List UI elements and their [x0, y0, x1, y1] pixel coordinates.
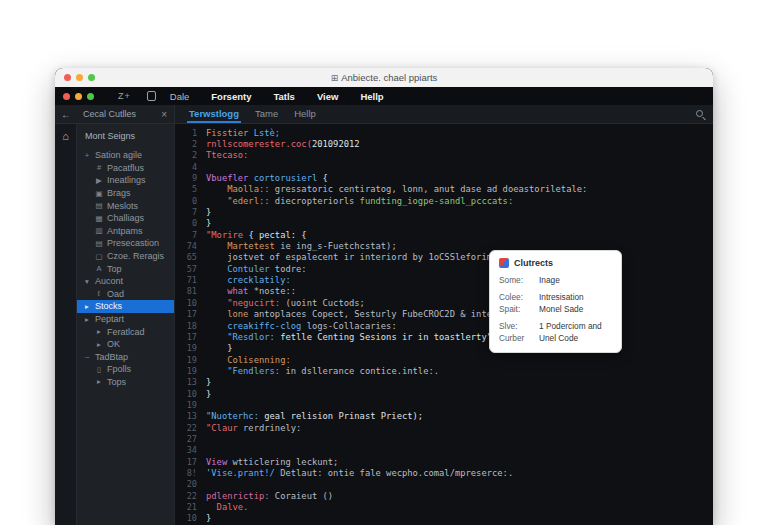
tooltip-row: Some:Inage: [499, 274, 612, 286]
sidebar-item-aucont[interactable]: ▾Aucont: [77, 275, 174, 288]
sidebar-header-title: Cecal Cutlles: [77, 109, 154, 119]
menu-view[interactable]: View: [317, 91, 338, 102]
sidebar-item-fpolls[interactable]: ▯Fpolls: [77, 363, 174, 376]
line-number: 27: [175, 434, 197, 444]
inner-minimize-button[interactable]: [75, 93, 82, 100]
sidebar-item-czoe-reragis[interactable]: ▢Czoe. Reragis: [77, 250, 174, 263]
code-line: 19 Colisenning:: [175, 354, 713, 365]
code-text: rnllscomerester.coc(201092012: [206, 139, 360, 149]
code-line: 22pdlenrictip: Coraieut (): [175, 490, 713, 501]
code-text: "Resdlor: fetlle Centing Sesions ir in t…: [206, 332, 492, 342]
sidebar-item-stocks[interactable]: ▸Stocks: [77, 300, 174, 313]
file-tree: Mont Seigns +Sation agile#Pacatflus▶Inea…: [77, 124, 174, 525]
plus-caret-icon: +: [82, 151, 92, 160]
code-text: what *noste::: [206, 286, 296, 296]
dash-icon: ‒: [82, 352, 92, 361]
header-row: ← Cecal Cutlles × TerwstloggTameHellp: [55, 105, 713, 124]
sidebar-item-tops[interactable]: ▸Tops: [77, 376, 174, 389]
search-icon[interactable]: [696, 110, 703, 117]
tooltip-row-value: Intresisation: [539, 291, 584, 303]
line-number: 17: [175, 457, 197, 467]
tooltip-title: Clutrects: [514, 258, 553, 268]
sidebar-item-label: Peptart: [95, 314, 124, 324]
sidebar-item-label: OK: [107, 339, 120, 349]
code-text: Ttecaso:: [206, 150, 248, 160]
copy-icon[interactable]: [147, 91, 156, 101]
code-line: 34: [175, 445, 713, 456]
code-line: 5 Maolla:: gressatoric centiratog, lonn,…: [175, 184, 713, 195]
sidebar-item-feratlcad[interactable]: ▸Feratlcad: [77, 325, 174, 338]
line-number: 65: [175, 252, 197, 262]
menu-forsenty[interactable]: Forsenty: [211, 91, 251, 102]
menu-hellp[interactable]: Hellp: [360, 91, 383, 102]
activity-strip: ⌂: [55, 124, 77, 525]
sidebar-item-label: Brags: [107, 188, 131, 198]
code-text: Dalve.: [206, 502, 248, 512]
grid-icon: ▤: [94, 201, 104, 210]
line-number: 7: [175, 230, 197, 240]
code-text: }: [206, 218, 211, 228]
inner-close-button[interactable]: [63, 93, 70, 100]
code-line: 0}: [175, 218, 713, 229]
line-number: 10: [175, 389, 197, 399]
line-number: 10: [175, 513, 197, 523]
zap-icon[interactable]: Z+: [118, 91, 131, 101]
sidebar-item-oad[interactable]: ℓOad: [77, 288, 174, 301]
tooltip-header: Clutrects: [499, 258, 612, 268]
sidebar-item-label: Fpolls: [107, 364, 131, 374]
tooltip-row: Spait:Monel Sade: [499, 303, 612, 315]
code-line: 17 lone antoplaces Copect, Sesturly Fube…: [175, 309, 713, 320]
sidebar-item-brags[interactable]: ▣Brags: [77, 187, 174, 200]
line-number: 57: [175, 264, 197, 274]
sidebar-item-sation-agile[interactable]: +Sation agile: [77, 149, 174, 162]
app-window: ⊞Anbiecte. chael ppiarts Z+ Dale Forsent…: [55, 68, 713, 525]
sidebar-item-presecastion[interactable]: ▤Presecastion: [77, 237, 174, 250]
sidebar-item-ineatlings[interactable]: ▶Ineatlings: [77, 174, 174, 187]
sidebar-item-top[interactable]: ATop: [77, 262, 174, 275]
sidebar-item-label: Czoe. Reragis: [107, 251, 164, 261]
code-line: 4: [175, 161, 713, 172]
image-app-icon: [499, 258, 509, 268]
code-editor[interactable]: 1Fisstier Lstè;2rnllscomerester.coc(2010…: [175, 124, 713, 525]
line-number: 19: [175, 343, 197, 353]
grid-icon: ⊞: [331, 73, 339, 83]
home-icon[interactable]: ⌂: [55, 130, 76, 142]
sidebar-item-tadbtap[interactable]: ‒TadBtap: [77, 351, 174, 364]
tooltip-row-value: Monel Sade: [539, 303, 583, 315]
line-number: 17: [175, 332, 197, 342]
code-line: 19 }: [175, 343, 713, 354]
sidebar-item-label: Meslots: [107, 201, 138, 211]
line-number: 13: [175, 411, 197, 421]
info-tooltip: Clutrects Some:InageColee:IntresisationS…: [489, 250, 622, 353]
sidebar-item-antpams[interactable]: ▥Antpams: [77, 225, 174, 238]
code-line: 19: [175, 399, 713, 410]
tooltip-row: Colee:Intresisation: [499, 291, 612, 303]
dale-menu[interactable]: Dale: [170, 91, 190, 102]
code-line: 57 Contuler todre:: [175, 263, 713, 274]
menu-tatls[interactable]: Tatls: [273, 91, 294, 102]
back-arrow-icon[interactable]: ←: [55, 109, 77, 120]
inner-zoom-button[interactable]: [87, 93, 94, 100]
sidebar-item-peptart[interactable]: ▸Peptart: [77, 313, 174, 326]
tooltip-row-label: Slve:: [499, 320, 539, 332]
sidebar-item-meslots[interactable]: ▤Meslots: [77, 199, 174, 212]
sidebar-item-pacatflus[interactable]: #Pacatflus: [77, 162, 174, 175]
desktop-canvas: ⊞Anbiecte. chael ppiarts Z+ Dale Forsent…: [0, 0, 768, 525]
code-text: lone antoplaces Copect, Sesturly FubeCRO…: [206, 309, 518, 319]
caret-right-icon: ▸: [94, 377, 104, 386]
code-line: 8!'Vise.prant!/ Detlaut: ontie fale wecp…: [175, 467, 713, 478]
sidebar-item-ok[interactable]: ▸OK: [77, 338, 174, 351]
close-panel-icon[interactable]: ×: [154, 109, 174, 120]
sidebar-item-challiags[interactable]: ▦Challiags: [77, 212, 174, 225]
code-line: 81 what *noste::: [175, 286, 713, 297]
panel-icon: ▦: [94, 214, 104, 223]
code-line: 0 "ederl:: diecropteriorls fundting_iogp…: [175, 195, 713, 206]
sidebar-item-label: Antpams: [107, 226, 143, 236]
tooltip-row-value: Unel Code: [539, 332, 578, 344]
code-line: 2Ttecaso:: [175, 150, 713, 161]
tab-hellp[interactable]: Hellp: [292, 105, 318, 123]
code-text: }: [206, 513, 211, 523]
tooltip-row-label: Curber: [499, 332, 539, 344]
tab-terwstlogg[interactable]: Terwstlogg: [187, 105, 241, 123]
tab-tame[interactable]: Tame: [253, 105, 280, 123]
